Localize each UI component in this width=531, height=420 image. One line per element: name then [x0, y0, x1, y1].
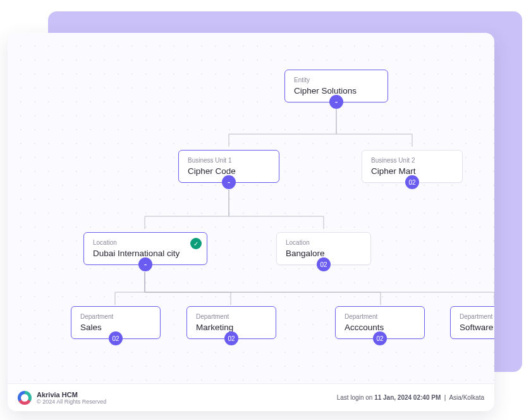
node-type-label: Location	[93, 239, 198, 246]
node-name-label: Sales	[80, 323, 151, 332]
child-count-badge[interactable]: 02	[317, 257, 331, 271]
node-name-label: Cipher Mart	[371, 166, 453, 176]
node-type-label: Department	[345, 313, 415, 320]
node-type-label: Business Unit 2	[371, 157, 453, 164]
child-count-badge[interactable]: 02	[373, 331, 387, 345]
collapse-toggle[interactable]: -	[138, 257, 152, 271]
node-type-label: Department	[196, 313, 267, 320]
brand-name: Akrivia HCM	[37, 391, 106, 398]
node-type-label: Department	[460, 313, 494, 320]
last-login-label: Last login on	[337, 394, 375, 401]
collapse-toggle[interactable]: -	[329, 95, 343, 109]
node-business-unit-2[interactable]: Business Unit 2 Cipher Mart 02	[362, 150, 463, 183]
footer-bar: Akrivia HCM © 2024 All Rights Reserved L…	[8, 383, 494, 411]
org-chart-canvas[interactable]: Entity Cipher Solutions - Business Unit …	[8, 33, 494, 411]
brand-logo-icon	[18, 391, 32, 405]
node-name-label: Marketing	[196, 323, 267, 332]
node-location-dubai[interactable]: Location Dubai International city ✓ -	[83, 232, 207, 265]
node-name-label: Software	[460, 323, 494, 332]
copyright-text: © 2024 All Rights Reserved	[37, 398, 106, 405]
node-type-label: Entity	[294, 77, 379, 83]
node-department-software[interactable]: Department Software 02	[450, 306, 494, 339]
node-department-accounts[interactable]: Department Acccounts 02	[335, 306, 425, 339]
node-department-sales[interactable]: Department Sales 02	[71, 306, 161, 339]
node-type-label: Location	[286, 239, 362, 246]
dot-grid	[8, 33, 494, 411]
node-name-label: Dubai International city	[93, 249, 198, 258]
last-login-value: 11 Jan, 2024 02:40 PM	[374, 394, 441, 401]
child-count-badge[interactable]: 02	[109, 331, 123, 345]
node-type-label: Department	[80, 313, 151, 320]
child-count-badge[interactable]: 02	[405, 175, 419, 189]
child-count-badge[interactable]: 02	[224, 331, 238, 345]
timezone: Asia/Kolkata	[449, 394, 484, 401]
node-name-label: Acccounts	[345, 323, 415, 332]
node-business-unit-1[interactable]: Business Unit 1 Cipher Code -	[178, 150, 279, 183]
node-location-bangalore[interactable]: Location Bangalore 02	[276, 232, 371, 265]
node-name-label: Cipher Solutions	[294, 86, 379, 96]
node-department-marketing[interactable]: Department Marketing 02	[186, 306, 276, 339]
collapse-toggle[interactable]: -	[222, 175, 236, 189]
footer-left: Akrivia HCM © 2024 All Rights Reserved	[18, 391, 106, 405]
last-login-text: Last login on 11 Jan, 2024 02:40 PM | As…	[337, 394, 484, 401]
node-name-label: Bangalore	[286, 249, 362, 258]
node-type-label: Business Unit 1	[188, 157, 270, 164]
node-entity[interactable]: Entity Cipher Solutions -	[284, 70, 388, 102]
check-icon: ✓	[190, 238, 202, 249]
node-name-label: Cipher Code	[188, 166, 270, 176]
